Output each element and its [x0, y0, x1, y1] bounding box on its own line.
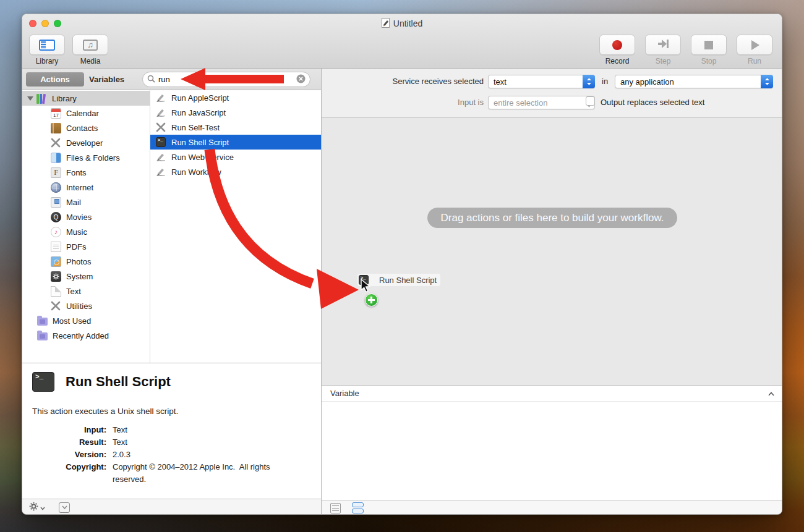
- library-button-label: Library: [36, 57, 59, 65]
- variable-row: [322, 458, 782, 473]
- sidebar-item-mail[interactable]: Mail: [22, 195, 150, 209]
- gear-icon: [29, 502, 38, 513]
- output-replaces-checkbox[interactable]: [586, 96, 595, 106]
- chevron-down-icon: [62, 505, 67, 510]
- result-run-shell-script[interactable]: Run Shell Script: [150, 135, 321, 150]
- automator-window: Untitled Library ♫ Media Record: [22, 14, 782, 515]
- library-sidebar: Library 17Calendar Contacts Developer Fi…: [22, 90, 150, 363]
- record-icon: [612, 40, 622, 50]
- variable-row: [322, 430, 782, 444]
- terminal-icon: [156, 137, 166, 147]
- script-icon: [156, 167, 166, 177]
- service-options-bar: Service receives selected text in any ap…: [322, 69, 782, 118]
- stop-button-label: Stop: [701, 57, 717, 65]
- sidebar-item-photos[interactable]: Photos: [22, 254, 150, 269]
- library-books-icon: [36, 93, 47, 104]
- show-variables-view-button[interactable]: [352, 502, 364, 513]
- sidebar-item-text[interactable]: Text: [22, 284, 150, 298]
- sidebar-item-fonts[interactable]: FFonts: [22, 165, 150, 180]
- library-tabs-row: Actions Variables: [22, 69, 321, 90]
- action-results-list: Run AppleScript Run JavaScript Run Self-…: [150, 90, 321, 363]
- sidebar-item-system[interactable]: System: [22, 269, 150, 284]
- sidebar-item-contacts[interactable]: Contacts: [22, 120, 150, 135]
- application-popup[interactable]: any application: [615, 75, 773, 88]
- action-search-field[interactable]: [142, 72, 310, 87]
- sidebar-item-music[interactable]: ♪Music: [22, 224, 150, 239]
- input-is-label: Input is: [322, 98, 484, 107]
- sidebar-item-most-used[interactable]: Most Used: [22, 313, 150, 328]
- crossed-tools-icon: [156, 122, 166, 132]
- result-run-self-test[interactable]: Run Self-Test: [150, 120, 321, 135]
- document-proxy-icon[interactable]: [382, 18, 390, 30]
- photos-icon: [51, 256, 61, 267]
- sidebar-item-developer[interactable]: Developer: [22, 135, 150, 150]
- smart-folder-icon: [37, 332, 48, 340]
- sidebar-item-pdfs[interactable]: PDFs: [22, 239, 150, 254]
- run-button-label: Run: [748, 57, 761, 65]
- script-icon: [156, 93, 166, 103]
- search-clear-icon[interactable]: [296, 74, 306, 85]
- variable-row: [322, 444, 782, 458]
- tab-variables[interactable]: Variables: [89, 72, 124, 87]
- action-description-panel: Run Shell Script This action executes a …: [22, 363, 321, 499]
- input-mode-popup[interactable]: entire selection: [488, 96, 595, 109]
- sidebar-item-movies[interactable]: QMovies: [22, 209, 150, 224]
- hide-description-button[interactable]: [59, 502, 70, 513]
- music-icon: ♪: [51, 227, 61, 237]
- variable-row: [322, 473, 782, 487]
- script-icon: [156, 152, 166, 162]
- show-description-view-button[interactable]: [330, 503, 341, 513]
- description-field-copyright: Copyright:Copyright © 2004–2012 Apple In…: [22, 461, 313, 486]
- media-button[interactable]: ♫ Media: [72, 35, 109, 65]
- sidebar-item-files-folders[interactable]: Files & Folders: [22, 150, 150, 165]
- description-field-input: Input:Text: [22, 424, 313, 436]
- workflow-bottom-bar: [322, 500, 782, 515]
- terminal-icon-large: [32, 372, 54, 392]
- sidebar-item-internet[interactable]: Internet: [22, 180, 150, 195]
- variable-row: [322, 487, 782, 501]
- result-run-applescript[interactable]: Run AppleScript: [150, 90, 321, 105]
- window-title: Untitled: [393, 19, 422, 28]
- stepper-icon: [583, 75, 595, 88]
- titlebar[interactable]: Untitled: [22, 14, 782, 33]
- run-icon: [751, 40, 759, 50]
- internet-icon: [51, 182, 61, 193]
- tab-actions[interactable]: Actions: [26, 72, 84, 87]
- sidebar-item-utilities[interactable]: Utilities: [22, 298, 150, 313]
- description-field-result: Result:Text: [22, 436, 313, 449]
- sort-chevron-up-icon: [768, 389, 774, 398]
- smart-folder-icon: [37, 318, 48, 326]
- record-button[interactable]: Record: [599, 35, 636, 65]
- workflow-canvas[interactable]: Drag actions or files here to build your…: [322, 118, 782, 385]
- step-button-label: Step: [656, 57, 671, 65]
- sidebar-item-recently-added[interactable]: Recently Added: [22, 328, 150, 343]
- action-menu-button[interactable]: [29, 502, 45, 513]
- result-run-web-service[interactable]: Run Web Service: [150, 150, 321, 164]
- result-run-workflow[interactable]: Run Workflow: [150, 164, 321, 179]
- result-run-javascript[interactable]: Run JavaScript: [150, 105, 321, 120]
- mouse-cursor-icon: [361, 279, 371, 295]
- sidebar-item-library[interactable]: Library: [22, 91, 150, 106]
- library-icon: [39, 40, 55, 51]
- stepper-icon: [761, 75, 773, 88]
- fonts-icon: F: [51, 167, 61, 178]
- stop-button[interactable]: Stop: [690, 35, 727, 65]
- run-button[interactable]: Run: [736, 35, 773, 65]
- service-type-popup[interactable]: text: [488, 75, 595, 88]
- sidebar-item-calendar[interactable]: 17Calendar: [22, 106, 150, 120]
- record-button-label: Record: [605, 57, 630, 65]
- workflow-pane: Service receives selected text in any ap…: [321, 69, 782, 515]
- library-button[interactable]: Library: [28, 35, 66, 65]
- variable-column-header[interactable]: Variable: [322, 386, 782, 402]
- search-icon: [147, 75, 155, 85]
- step-icon: [657, 39, 669, 51]
- mail-icon: [51, 197, 61, 208]
- step-button[interactable]: Step: [644, 35, 682, 65]
- copy-plus-badge-icon: [365, 293, 378, 306]
- search-input[interactable]: [158, 75, 296, 84]
- output-replaces-label: Output replaces selected text: [601, 98, 704, 107]
- variable-row: [322, 402, 782, 416]
- variable-row: [322, 416, 782, 430]
- system-icon: [51, 271, 61, 282]
- disclosure-triangle-icon[interactable]: [27, 96, 33, 101]
